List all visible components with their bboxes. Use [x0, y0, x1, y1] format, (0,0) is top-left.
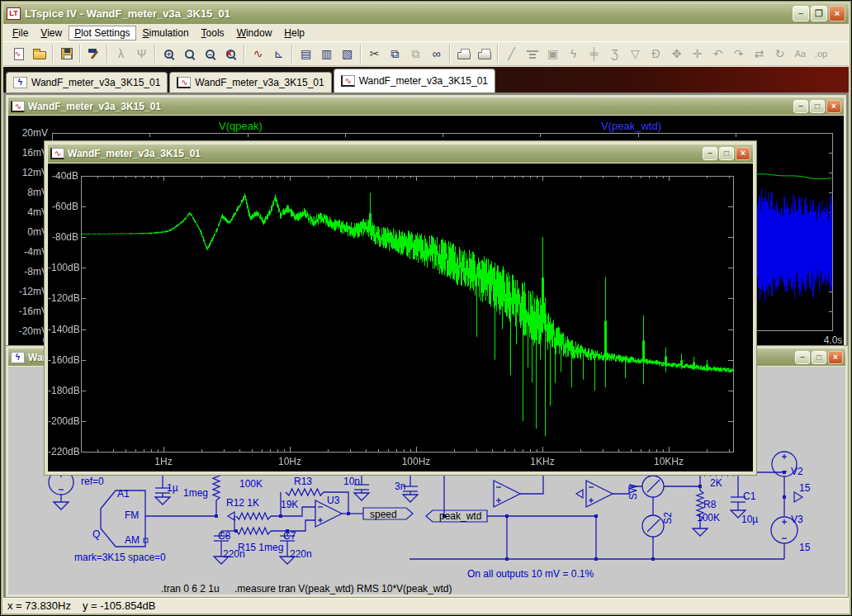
schematic-label: 15	[799, 482, 810, 494]
fft-window-titlebar[interactable]: ∿ WandF_meter_v3a_3K15_01 – □ ×	[48, 145, 753, 163]
menu-help[interactable]: Help	[278, 26, 310, 40]
waveform-close-button[interactable]: ×	[826, 100, 841, 113]
toolbar-separator	[291, 45, 293, 63]
text-icon: Aa	[790, 44, 811, 64]
schematic-label: U3	[327, 495, 339, 506]
legend-vqpeak[interactable]: V(qpeak)	[219, 120, 263, 132]
fft-plot-area[interactable]: V(peak_wtd) -40dB-60dB-80dB-100dB-120dB-…	[48, 163, 753, 471]
label-net-icon: ▣	[542, 44, 563, 64]
tab-1-schematic[interactable]: ϟWandF_meter_v3a_3K15_01	[6, 72, 168, 92]
tile-vertical-icon[interactable]: ▥	[316, 44, 337, 64]
toolbar-separator	[79, 45, 81, 63]
wave-ytick: -4mV	[8, 246, 48, 258]
fft-xtick: 1Hz	[154, 456, 172, 467]
schematic-label: 3n	[395, 481, 405, 492]
find-icon[interactable]: ∞	[426, 44, 447, 64]
schematic-label: 1µ	[167, 482, 178, 494]
schematic-label: .measure tran V(peak_wtd) RMS 10*V(peak_…	[234, 583, 452, 595]
fft-ytick: -180dB	[48, 385, 78, 396]
schematic-label: C1	[743, 490, 755, 502]
waveform-maximize-button[interactable]: □	[810, 100, 825, 113]
tab-2-waveform[interactable]: ∿WandF_meter_v3a_3K15_01	[169, 72, 331, 92]
zoom-out-icon[interactable]: −	[200, 44, 220, 64]
capacitor-icon: ╪	[584, 44, 604, 64]
restore-button[interactable]: ❐	[811, 6, 827, 21]
cascade-icon[interactable]: ▧	[337, 44, 357, 64]
wave-ytick: 20mV	[8, 127, 48, 139]
schematic-label: Q	[92, 528, 100, 540]
open-icon[interactable]	[29, 44, 50, 64]
schematic-minimize-button[interactable]: –	[795, 351, 810, 364]
print-icon[interactable]	[474, 44, 495, 64]
paste-icon: ⧉	[405, 44, 426, 64]
fft-trace-canvas[interactable]	[48, 163, 753, 471]
schematic-label: ref=0	[81, 476, 104, 487]
schematic-maximize-button[interactable]: □	[812, 351, 826, 364]
plot-settings-icon[interactable]: ∿	[248, 44, 268, 64]
autorange-icon[interactable]: ⊾	[268, 44, 289, 64]
tab-label: WandF_meter_v3a_3K15_01	[31, 77, 160, 88]
status-cursor-y: y = -105.854dB	[83, 599, 156, 612]
waveform-window-title: WandF_meter_v3a_3K15_01	[28, 101, 790, 112]
zoom-area-icon[interactable]	[179, 44, 200, 64]
menu-file[interactable]: File	[7, 26, 34, 40]
fft-window-title: WandF_meter_v3a_3K15_01	[68, 148, 699, 159]
menu-tools[interactable]: Tools	[196, 26, 230, 40]
zoom-in-icon[interactable]: +	[159, 44, 179, 64]
fft-xtick: 10Hz	[278, 456, 301, 467]
copy-icon[interactable]: ⧉	[385, 44, 405, 64]
schematic-label: 10n	[343, 476, 360, 487]
component-icon: Ð	[646, 44, 666, 64]
toolbar-separator	[449, 45, 451, 63]
fft-window[interactable]: ∿ WandF_meter_v3a_3K15_01 – □ × V(peak_w…	[44, 140, 757, 476]
menu-view[interactable]: View	[35, 26, 68, 40]
fft-minimize-button[interactable]: –	[703, 147, 717, 160]
control-panel-hammer-icon[interactable]	[83, 44, 104, 64]
schematic-label: R8	[703, 499, 716, 510]
legend-vpeakwtd[interactable]: V(peak_wtd)	[601, 120, 661, 132]
cut-icon[interactable]: ✂	[364, 44, 385, 64]
schematic-label: mark=3K15 space=0	[74, 552, 166, 563]
schematic-label: V3	[791, 514, 803, 525]
wave-ytick: 0mV	[8, 226, 48, 238]
toolbar-separator	[360, 45, 362, 63]
schematic-label: S2	[662, 512, 674, 524]
tab-label: WandF_meter_v3a_3K15_01	[195, 77, 324, 88]
drag-icon: ✛	[687, 44, 708, 64]
minimize-button[interactable]: –	[793, 6, 809, 21]
fft-ytick: -80dB	[48, 231, 78, 243]
print-setup-icon[interactable]	[453, 44, 474, 64]
schematic-label: SW	[627, 484, 639, 500]
wave-ytick: 4mV	[8, 206, 48, 218]
tab-3-waveform[interactable]: ∿WandF_meter_v3a_3K15_01	[334, 69, 495, 92]
schematic-close-button[interactable]: ×	[828, 351, 843, 364]
toolbar: λΨ+−×∿⊾▤▥▧✂⧉⧉∞╱▣ϟ╪Ʒ▽Ð✥✛↶↷⇄↻Aa.op	[3, 41, 849, 66]
toolbar-separator	[154, 45, 156, 63]
toolbar-separator	[244, 45, 245, 63]
menu-simulation[interactable]: Simulation	[137, 26, 195, 40]
fft-ytick: -200dB	[48, 415, 78, 427]
spice-directive-icon: .op	[811, 44, 831, 64]
schematic-label: AM	[125, 534, 140, 546]
fft-xtick: 10KHz	[654, 456, 684, 467]
schematic-label: 10µ	[741, 514, 758, 525]
save-icon[interactable]	[56, 44, 77, 64]
title-bar[interactable]: LT LTspice IV - WandF_meter_v3a_3K15_01 …	[3, 3, 849, 24]
menu-plot-settings[interactable]: Plot Settings	[69, 26, 135, 40]
fft-maximize-button[interactable]: □	[719, 147, 734, 160]
close-button[interactable]: ×	[829, 6, 845, 21]
menu-bar: FileViewPlot SettingsSimulationToolsWind…	[3, 24, 849, 41]
schematic-label: FM	[125, 509, 139, 521]
waveform-minimize-button[interactable]: –	[793, 100, 808, 113]
resistor-icon: ϟ	[563, 44, 584, 64]
fft-close-button[interactable]: ×	[736, 147, 750, 160]
wave-ytick: -16mV	[8, 306, 48, 317]
fft-ytick: -160dB	[48, 354, 78, 366]
wave-ytick: 12mV	[8, 167, 48, 178]
new-plot-icon[interactable]	[8, 44, 29, 64]
zoom-full-extents-icon[interactable]: ×	[220, 44, 241, 64]
menu-window[interactable]: Window	[231, 26, 278, 40]
tile-horizontal-icon[interactable]: ▤	[296, 44, 316, 64]
wave-ytick: 8mV	[8, 187, 48, 198]
waveform-window-titlebar[interactable]: ∿ WandF_meter_v3a_3K15_01 – □ ×	[8, 97, 844, 115]
